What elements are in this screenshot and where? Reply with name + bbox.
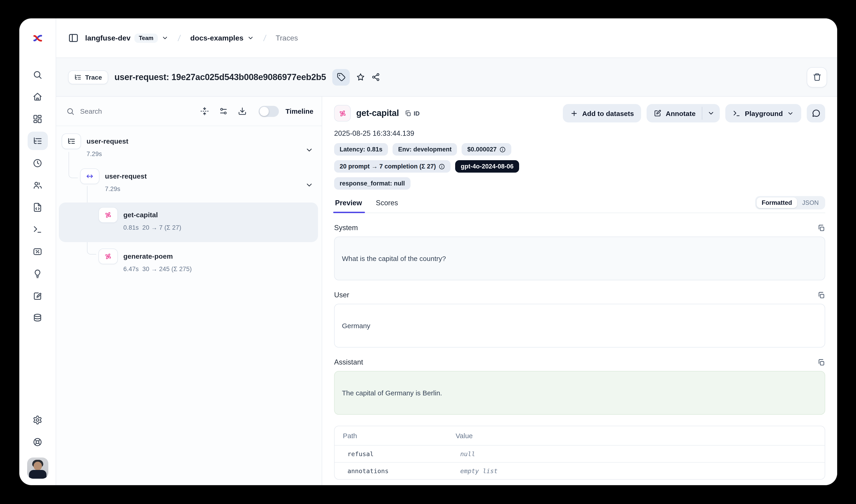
trace-tree-panel: Timeline user-request 7.29s (56, 97, 322, 485)
sidebar-item-users[interactable] (28, 176, 48, 194)
terminal-icon (733, 109, 741, 117)
model-badge[interactable]: gpt-4o-2024-08-06 (455, 160, 519, 173)
system-message-box: What is the capital of the country? (334, 237, 825, 280)
generation-icon-box (334, 105, 351, 122)
system-label: System (334, 224, 358, 232)
sidebar-item-insights[interactable] (28, 264, 48, 283)
trash-icon (813, 73, 821, 82)
annotate-button[interactable]: Annotate (647, 104, 702, 122)
detail-header: get-capital ID Add to datasets Annotate (334, 104, 825, 122)
share-icon (372, 73, 380, 82)
playground-button[interactable]: Playground (726, 104, 801, 122)
annotate-dropdown-button[interactable] (702, 104, 720, 122)
id-label: ID (414, 110, 420, 117)
collapse-chevron[interactable] (305, 181, 314, 189)
chevron-down-icon (162, 35, 169, 41)
sidebar-item-playground[interactable] (28, 220, 48, 238)
sidebar-item-datasets[interactable] (28, 308, 48, 327)
chevron-down-icon (305, 146, 314, 154)
collapse-all-button[interactable] (200, 107, 209, 115)
share-button[interactable] (372, 73, 380, 82)
tree-row-user-request-span[interactable]: user-request 7.29s (59, 167, 318, 202)
tree-search (66, 107, 190, 115)
format-json-option[interactable]: JSON (797, 197, 824, 208)
tree-row-get-capital[interactable]: get-capital 0.81s 20 → 7 (Σ 27) (59, 202, 318, 242)
sliders-icon (219, 107, 228, 115)
langfuse-logo-icon (32, 32, 43, 44)
breadcrumb-org[interactable]: langfuse-dev Team (85, 33, 169, 42)
node-label: user-request (105, 172, 147, 180)
observation-timestamp: 2025-08-25 16:33:44.139 (334, 129, 825, 138)
project-name: docs-examples (190, 34, 244, 42)
assistant-message-box: The capital of Germany is Berlin. (334, 371, 825, 415)
breadcrumb-project[interactable]: docs-examples (190, 34, 254, 42)
tree-row-generate-poem[interactable]: generate-poem 6.47s 30 → 245 (Σ 275) (59, 244, 318, 284)
generation-node-icon-box (99, 249, 118, 264)
info-icon[interactable] (439, 163, 445, 169)
download-button[interactable] (238, 107, 247, 115)
file-code-icon (33, 202, 42, 212)
sidebar-toggle-button[interactable] (68, 33, 79, 43)
tree-settings-button[interactable] (219, 107, 228, 115)
table-header-row: Path Value (335, 426, 825, 446)
tab-scores[interactable]: Scores (375, 199, 399, 213)
sidebar-item-sessions[interactable] (28, 154, 48, 172)
pinwheel-generation-icon (338, 109, 347, 118)
org-name: langfuse-dev (85, 34, 130, 42)
pinwheel-generation-icon (104, 211, 112, 219)
copy-id-button[interactable]: ID (405, 110, 420, 117)
user-label: User (334, 291, 349, 299)
search-icon (33, 70, 42, 79)
annotate-split-button: Annotate (647, 104, 720, 122)
sidebar-item-prompts[interactable] (28, 198, 48, 216)
users-icon (33, 180, 42, 190)
sidebar-item-home[interactable] (28, 87, 48, 106)
sidebar-item-evaluation[interactable] (28, 242, 48, 260)
sidebar-item-search[interactable] (28, 65, 48, 84)
timeline-toggle[interactable] (259, 106, 279, 117)
tree-row-user-request[interactable]: user-request 7.29s (59, 132, 318, 167)
search-input[interactable] (80, 107, 135, 115)
sidebar-item-settings[interactable] (28, 411, 48, 429)
tree-icon (74, 73, 82, 81)
breadcrumb-page[interactable]: Traces (276, 34, 298, 42)
sidebar-item-tracing[interactable] (28, 132, 48, 150)
bookmark-star-button[interactable] (356, 73, 365, 82)
sidebar-item-annotation[interactable] (28, 286, 48, 305)
percent-box-icon (33, 247, 42, 256)
node-duration: 7.29s (105, 185, 147, 192)
move-horizontal-icon (86, 172, 94, 180)
terminal-icon (33, 224, 42, 234)
add-to-datasets-button[interactable]: Add to datasets (563, 104, 641, 122)
gear-icon (33, 415, 42, 425)
comments-button[interactable] (807, 104, 825, 122)
search-icon (66, 107, 74, 115)
delete-trace-button[interactable] (807, 67, 827, 87)
assistant-label: Assistant (334, 358, 363, 366)
copy-user-button[interactable] (817, 291, 825, 299)
timeline-label: Timeline (286, 107, 314, 115)
tags-button[interactable] (333, 69, 350, 85)
tab-preview[interactable]: Preview (334, 199, 363, 213)
chevron-down-icon (247, 35, 254, 41)
format-formatted-option[interactable]: Formatted (756, 197, 797, 208)
trace-header-row: Trace user-request: 19e27ac025d543b008e9… (56, 58, 837, 97)
message-bubble-icon (812, 109, 820, 118)
observation-title: get-capital (356, 108, 399, 118)
trace-node-icon-box (62, 133, 81, 149)
collapse-chevron[interactable] (305, 146, 314, 154)
sidebar-item-support[interactable] (28, 433, 48, 451)
sidebar-item-dashboards[interactable] (28, 110, 48, 128)
lifebuoy-icon (33, 437, 42, 447)
value-column-header: Value (456, 432, 816, 439)
langfuse-logo[interactable] (19, 18, 56, 58)
user-avatar[interactable] (27, 457, 48, 479)
copy-assistant-button[interactable] (817, 358, 825, 366)
chevron-down-icon (787, 110, 794, 117)
copy-icon (405, 110, 411, 117)
info-icon[interactable] (499, 146, 506, 152)
clock-icon (33, 158, 42, 168)
node-label: get-capital (123, 211, 158, 219)
detail-tabs: Preview Scores (334, 199, 399, 213)
copy-system-button[interactable] (817, 224, 825, 232)
